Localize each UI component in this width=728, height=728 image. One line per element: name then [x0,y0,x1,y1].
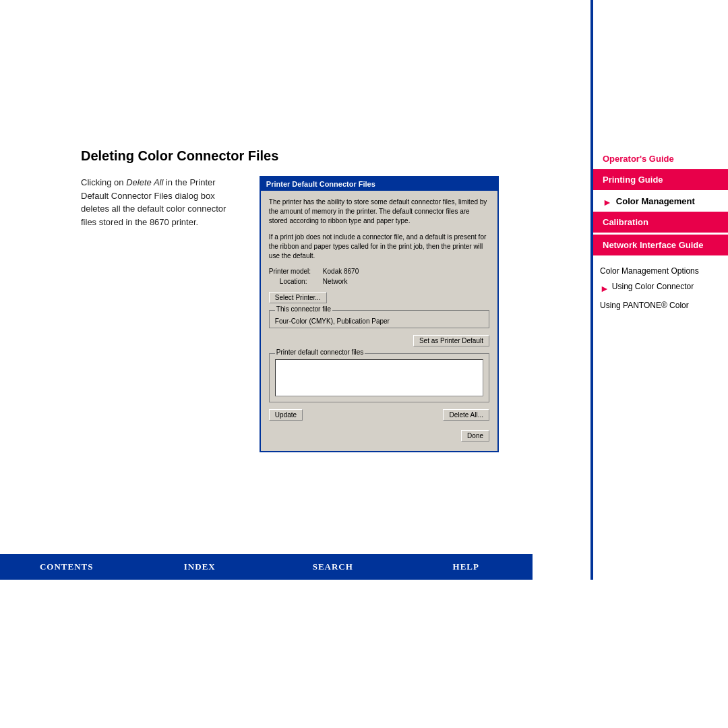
nav-search[interactable]: Search [266,562,400,572]
connector-file-value: Four-Color (CMYK), Publication Paper [275,317,483,325]
connector-files-listbox[interactable] [275,359,483,396]
sidebar-item-calibration[interactable]: Calibration [593,212,728,233]
subnav-using-pantone-label: Using PANTONE® Color [600,299,689,312]
dialog-desc-1: The printer has the ability to store som… [269,198,489,226]
location-row: Location: Network [269,278,489,285]
connector-group-label: This connector file [275,305,332,313]
bottom-nav: Contents Index Search Help [0,554,533,580]
right-sidebar: Operator's Guide Printing Guide ► Color … [593,148,728,319]
sidebar-item-network-interface[interactable]: Network Interface Guide [593,235,728,255]
subnav-item-using-pantone[interactable]: Using PANTONE® Color [600,299,721,312]
select-printer-button[interactable]: Select Printer... [269,292,327,303]
btn-row: Update Delete All... [269,406,489,423]
subnav-item-using-connector[interactable]: ► Using Color Connector [600,280,721,296]
nav-contents[interactable]: Contents [0,562,133,572]
subnav-color-options-label: Color Management Options [600,265,699,278]
set-default-button[interactable]: Set as Printer Default [413,335,489,346]
dialog-titlebar: Printer Default Connector Files [261,177,497,191]
printer-default-label: Printer default connector files [275,348,365,356]
location-value: Network [323,278,348,285]
network-interface-label: Network Interface Guide [603,240,704,250]
delete-all-button[interactable]: Delete All... [443,409,489,421]
using-connector-arrow: ► [600,281,609,296]
printing-guide-label: Printing Guide [603,175,663,185]
update-button[interactable]: Update [269,409,303,421]
sidebar-subnav: Color Management Options ► Using Color C… [593,261,728,319]
done-button[interactable]: Done [461,430,489,442]
subnav-using-connector-label: Using Color Connector [612,280,694,293]
printer-model-value: Kodak 8670 [323,268,359,275]
page-container: Deleting Color Connector Files Clicking … [0,0,728,728]
body-text: Clicking on Delete All in the Printer De… [81,176,234,229]
sidebar-item-color-management[interactable]: ► Color Management [593,192,728,212]
subnav-item-color-options[interactable]: Color Management Options [600,265,721,278]
body-text-prefix: Clicking on [81,177,126,187]
body-text-italic: Delete All [126,177,163,187]
calibration-label: Calibration [603,217,648,227]
nav-index[interactable]: Index [133,562,267,572]
nav-help[interactable]: Help [400,562,533,572]
location-label: Location: [269,278,323,285]
dialog-window: Printer Default Connector Files The prin… [260,176,499,452]
page-title: Deleting Color Connector Files [81,148,499,164]
sidebar-item-operators-guide[interactable]: Operator's Guide [593,148,728,169]
printer-default-group: Printer default connector files [269,353,489,402]
connector-group: This connector file Four-Color (CMYK), P… [269,310,489,328]
dialog-desc-2: If a print job does not include a connec… [269,233,489,261]
printer-model-row: Printer model: Kodak 8670 [269,268,489,275]
main-content: Deleting Color Connector Files Clicking … [81,148,499,452]
color-management-arrow: ► [603,197,612,208]
done-row: Done [269,427,489,444]
color-management-label: Color Management [616,196,695,206]
dialog-body: The printer has the ability to store som… [261,191,497,451]
sidebar-item-printing-guide[interactable]: Printing Guide [593,169,728,190]
printer-model-label: Printer model: [269,268,323,275]
operators-guide-label: Operator's Guide [603,154,674,164]
